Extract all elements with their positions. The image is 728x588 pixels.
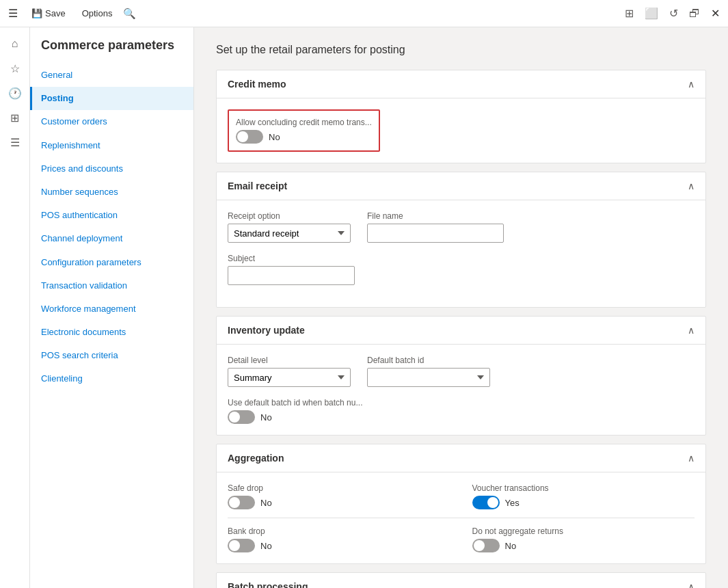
aggregation-row1: Safe drop No Voucher transactions <box>228 483 695 509</box>
batch-processing-header[interactable]: Batch processing ∧ <box>217 573 705 588</box>
do-not-aggregate-toggle-knob <box>474 540 485 551</box>
inventory-update-chevron-icon: ∧ <box>688 325 695 336</box>
default-batch-id-select[interactable] <box>367 368 490 387</box>
aggregation-header[interactable]: Aggregation ∧ <box>217 444 705 472</box>
subject-input[interactable] <box>228 266 355 285</box>
aggregation-row2: Bank drop No Do not aggregate returns <box>228 526 695 552</box>
layout-icon[interactable]: ⬜ <box>642 4 661 23</box>
sidebar-title: Commerce parameters <box>30 38 193 64</box>
use-default-toggle-knob <box>229 412 240 423</box>
file-name-group: File name <box>367 211 504 243</box>
sidebar-item-channel-deployment[interactable]: Channel deployment <box>30 227 193 250</box>
aggregation-section: Aggregation ∧ Safe drop No <box>216 444 706 564</box>
sidebar-item-pos-auth[interactable]: POS authentication <box>30 204 193 227</box>
credit-memo-header[interactable]: Credit memo ∧ <box>217 70 705 98</box>
file-name-input[interactable] <box>367 224 504 243</box>
credit-memo-title: Credit memo <box>228 79 286 90</box>
options-button[interactable]: Options <box>77 5 118 21</box>
title-bar-right: ⊞ ⬜ ↺ 🗗 ✕ <box>622 4 723 23</box>
credit-memo-toggle-label: Allow concluding credit memo trans... <box>236 118 372 127</box>
hamburger-icon[interactable]: ☰ <box>5 4 21 23</box>
inventory-update-section: Inventory update ∧ Detail level Summary … <box>216 316 706 436</box>
sidebar-item-transaction-validation[interactable]: Transaction validation <box>30 274 193 297</box>
sidebar-item-prices-discounts[interactable]: Prices and discounts <box>30 157 193 181</box>
inventory-update-body: Detail level Summary Detail Default batc… <box>217 345 705 435</box>
sidebar-item-replenishment[interactable]: Replenishment <box>30 134 193 157</box>
subject-label: Subject <box>228 254 355 263</box>
nav-icons: ⌂ ☆ 🕐 ⊞ ☰ <box>0 27 30 588</box>
voucher-trans-toggle-knob <box>487 497 498 508</box>
bank-drop-label: Bank drop <box>228 526 450 536</box>
email-receipt-row1: Receipt option Standard receipt Email re… <box>228 211 695 243</box>
email-receipt-section: Email receipt ∧ Receipt option Standard … <box>216 172 706 308</box>
safe-drop-toggle-row: No <box>228 496 450 509</box>
credit-memo-body: Allow concluding credit memo trans... No <box>217 98 705 163</box>
credit-memo-chevron-icon: ∧ <box>688 79 695 90</box>
search-icon[interactable]: 🔍 <box>123 8 136 20</box>
nav-list-icon[interactable]: ☰ <box>4 131 26 153</box>
default-batch-id-wrapper <box>367 368 490 387</box>
aggregation-col-left: Safe drop No <box>228 483 450 509</box>
voucher-trans-label: Voucher transactions <box>472 483 695 493</box>
batch-processing-section: Batch processing ∧ BATCH PROCESSING Max … <box>216 572 706 588</box>
credit-memo-toggle-knob <box>237 131 248 142</box>
detail-level-group: Detail level Summary Detail <box>228 356 351 387</box>
sidebar-item-posting[interactable]: Posting <box>30 87 193 110</box>
apps-icon[interactable]: ⊞ <box>622 4 636 23</box>
do-not-aggregate-toggle-row: No <box>472 539 695 552</box>
safe-drop-toggle-knob <box>229 497 240 508</box>
sidebar-item-general[interactable]: General <box>30 64 193 87</box>
restore-icon[interactable]: 🗗 <box>686 5 703 23</box>
detail-level-select[interactable]: Summary Detail <box>228 368 351 387</box>
voucher-trans-toggle[interactable] <box>472 496 500 509</box>
bank-drop-toggle-knob <box>229 540 240 551</box>
bank-drop-value: No <box>260 541 272 551</box>
aggregation-col-right: Voucher transactions Yes <box>472 483 695 509</box>
sidebar-item-clienteling[interactable]: Clienteling <box>30 367 193 390</box>
inventory-update-header[interactable]: Inventory update ∧ <box>217 317 705 345</box>
file-name-label: File name <box>367 211 504 221</box>
refresh-icon[interactable]: ↺ <box>666 4 681 23</box>
safe-drop-toggle[interactable] <box>228 496 255 509</box>
sidebar-item-config-params[interactable]: Configuration parameters <box>30 251 193 274</box>
title-bar: ☰ 💾 Save Options 🔍 ⊞ ⬜ ↺ 🗗 ✕ <box>0 0 728 27</box>
close-icon[interactable]: ✕ <box>708 4 723 23</box>
app-body: ⌂ ☆ 🕐 ⊞ ☰ Commerce parameters General Po… <box>0 27 728 588</box>
detail-level-wrapper: Summary Detail <box>228 368 351 387</box>
nav-star-icon[interactable]: ☆ <box>4 57 26 79</box>
sidebar-item-electronic-documents[interactable]: Electronic documents <box>30 321 193 344</box>
inventory-update-title: Inventory update <box>228 325 305 336</box>
aggregation-col2-left: Bank drop No <box>228 526 450 552</box>
receipt-option-group: Receipt option Standard receipt Email re… <box>228 211 351 243</box>
use-default-toggle-value: No <box>260 412 272 423</box>
nav-table-icon[interactable]: ⊞ <box>4 107 26 129</box>
batch-processing-chevron-icon: ∧ <box>688 581 695 588</box>
email-receipt-chevron-icon: ∧ <box>688 181 695 191</box>
sidebar-item-pos-search[interactable]: POS search criteria <box>30 344 193 367</box>
subject-group: Subject <box>228 254 355 285</box>
do-not-aggregate-toggle[interactable] <box>472 539 500 552</box>
nav-home-icon[interactable]: ⌂ <box>4 33 26 55</box>
receipt-option-select[interactable]: Standard receipt Email receipt Both <box>228 224 351 243</box>
nav-clock-icon[interactable]: 🕐 <box>4 82 26 104</box>
bank-drop-toggle[interactable] <box>228 539 255 552</box>
aggregation-chevron-icon: ∧ <box>688 453 695 464</box>
save-button[interactable]: 💾 Save <box>26 5 71 21</box>
do-not-aggregate-value: No <box>505 541 517 551</box>
aggregation-col2-right: Do not aggregate returns No <box>472 526 695 552</box>
use-default-toggle[interactable] <box>228 410 255 424</box>
credit-memo-toggle-value: No <box>269 132 280 142</box>
sidebar: Commerce parameters General Posting Cust… <box>30 27 194 588</box>
credit-memo-highlight-box: Allow concluding credit memo trans... No <box>228 109 380 152</box>
sidebar-item-number-sequences[interactable]: Number sequences <box>30 181 193 204</box>
email-receipt-header[interactable]: Email receipt ∧ <box>217 172 705 200</box>
safe-drop-label: Safe drop <box>228 483 450 493</box>
content-area: Set up the retail parameters for posting… <box>194 27 728 588</box>
sidebar-item-customer-orders[interactable]: Customer orders <box>30 110 193 133</box>
bank-drop-toggle-row: No <box>228 539 450 552</box>
credit-memo-toggle[interactable] <box>236 130 263 144</box>
sidebar-item-workforce-management[interactable]: Workforce management <box>30 297 193 321</box>
aggregation-divider <box>228 518 695 518</box>
voucher-trans-toggle-row: Yes <box>472 496 695 509</box>
use-default-toggle-row: No <box>228 410 695 424</box>
